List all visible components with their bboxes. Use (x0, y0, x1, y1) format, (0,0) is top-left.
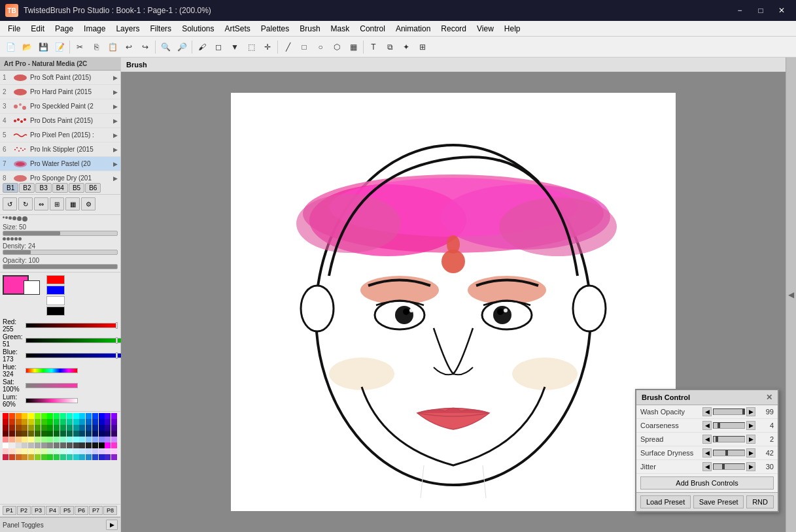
brush-tab-b1[interactable]: B1 (3, 183, 18, 193)
color-cell[interactable] (92, 442, 98, 448)
color-cell[interactable] (60, 448, 66, 454)
color-cell[interactable] (22, 425, 27, 431)
color-cell[interactable] (92, 431, 98, 437)
color-cell[interactable] (16, 419, 22, 425)
tb-clone[interactable]: ⧉ (382, 39, 398, 55)
brush-item-selected[interactable]: 7 Pro Water Pastel (20 ▶ (0, 157, 120, 171)
menu-filters[interactable]: Filters (145, 23, 177, 35)
brush-item[interactable]: 3 Pro Speckled Paint (2 ▶ (0, 99, 120, 114)
menu-help[interactable]: Help (499, 23, 526, 35)
color-cell[interactable] (105, 419, 111, 425)
color-cell[interactable] (16, 454, 22, 460)
color-cell[interactable] (67, 431, 73, 437)
size-slider[interactable] (3, 231, 118, 236)
brush-item[interactable]: 1 Pro Soft Paint (2015) ▶ (0, 71, 120, 85)
wash-opacity-slider[interactable] (713, 408, 745, 415)
load-preset-button[interactable]: Load Preset (640, 495, 691, 508)
brush-tab-b4[interactable]: B4 (52, 183, 68, 193)
color-cell[interactable] (41, 437, 47, 442)
spread-slider[interactable] (713, 436, 745, 442)
menu-brush[interactable]: Brush (294, 23, 325, 35)
color-cell[interactable] (9, 442, 15, 448)
spread-left[interactable]: ◀ (702, 435, 712, 444)
menu-record[interactable]: Record (436, 23, 472, 35)
brush-item[interactable]: 4 Pro Dots Paint (2015) ▶ (0, 114, 120, 128)
wash-opacity-left[interactable]: ◀ (702, 407, 712, 416)
color-cell[interactable] (73, 442, 79, 448)
color-cell[interactable] (16, 425, 22, 431)
color-cell[interactable] (47, 442, 53, 448)
rotate-right-btn[interactable]: ↻ (18, 197, 33, 210)
color-cell[interactable] (54, 437, 60, 442)
color-cell[interactable] (41, 419, 47, 425)
brush-tab-b3[interactable]: B3 (35, 183, 51, 193)
color-cell[interactable] (60, 437, 66, 442)
color-cell[interactable] (28, 431, 34, 437)
color-cell[interactable] (54, 442, 60, 448)
color-cell[interactable] (3, 425, 9, 431)
color-cell[interactable] (41, 425, 47, 431)
color-cell[interactable] (41, 442, 47, 448)
tb-redo[interactable]: ↪ (137, 39, 153, 55)
palette-p8[interactable]: P8 (103, 506, 117, 515)
color-cell[interactable] (35, 425, 41, 431)
color-cell[interactable] (60, 425, 66, 431)
color-cell[interactable] (73, 448, 79, 454)
menu-view[interactable]: View (472, 23, 499, 35)
menu-control[interactable]: Control (355, 23, 390, 35)
tb-blend[interactable]: ▦ (345, 39, 361, 55)
color-cell[interactable] (47, 437, 53, 442)
brush-item[interactable]: 5 Pro Pixel Pen (2015) : ▶ (0, 128, 120, 142)
color-cell[interactable] (86, 448, 92, 454)
density-slider[interactable] (3, 250, 118, 255)
color-cell[interactable] (22, 442, 27, 448)
color-cell[interactable] (92, 448, 98, 454)
color-cell[interactable] (22, 437, 27, 442)
menu-artsets[interactable]: ArtSets (220, 23, 256, 35)
flip-h-btn[interactable]: ⇔ (34, 197, 48, 210)
menu-file[interactable]: File (3, 23, 26, 35)
color-cell[interactable] (105, 437, 111, 442)
color-cell[interactable] (105, 454, 111, 460)
menu-palettes[interactable]: Palettes (256, 23, 294, 35)
tb-open[interactable]: 📂 (19, 39, 35, 55)
flip-v-btn[interactable]: ⊞ (50, 197, 64, 210)
tb-save[interactable]: 💾 (35, 39, 51, 55)
grid-btn[interactable]: ▦ (65, 197, 80, 210)
color-cell[interactable] (28, 425, 34, 431)
tb-copy[interactable]: ⎘ (88, 39, 104, 55)
brush-item[interactable]: 6 Pro Ink Stippler (2015 ▶ (0, 142, 120, 157)
color-cell[interactable] (105, 425, 111, 431)
color-cell[interactable] (86, 425, 92, 431)
color-cell[interactable] (22, 454, 27, 460)
color-cell[interactable] (60, 442, 66, 448)
palette-p7[interactable]: P7 (89, 506, 103, 515)
tb-fill[interactable]: ▼ (227, 39, 243, 55)
color-cell[interactable] (67, 448, 73, 454)
black-swatch[interactable] (46, 307, 65, 316)
opacity-slider[interactable] (3, 264, 118, 269)
color-cell[interactable] (22, 448, 27, 454)
maximize-button[interactable]: □ (752, 3, 770, 18)
color-cell[interactable] (16, 413, 22, 419)
color-cell[interactable] (35, 431, 41, 437)
menu-solutions[interactable]: Solutions (177, 23, 219, 35)
color-cell[interactable] (67, 442, 73, 448)
brush-tab-b5[interactable]: B5 (69, 183, 84, 193)
color-cell[interactable] (41, 454, 47, 460)
color-cell[interactable] (28, 419, 34, 425)
color-cell[interactable] (111, 442, 117, 448)
color-cell[interactable] (67, 413, 73, 419)
color-cell[interactable] (9, 454, 15, 460)
palette-p3[interactable]: P3 (31, 506, 45, 515)
background-color[interactable] (24, 280, 40, 295)
color-cell[interactable] (86, 442, 92, 448)
color-cell[interactable] (79, 454, 85, 460)
color-cell[interactable] (67, 437, 73, 442)
color-cell[interactable] (9, 437, 15, 442)
color-cell[interactable] (86, 431, 92, 437)
color-cell[interactable] (16, 448, 22, 454)
color-cell[interactable] (54, 413, 60, 419)
color-cell[interactable] (86, 413, 92, 419)
wash-opacity-right[interactable]: ▶ (746, 407, 755, 416)
